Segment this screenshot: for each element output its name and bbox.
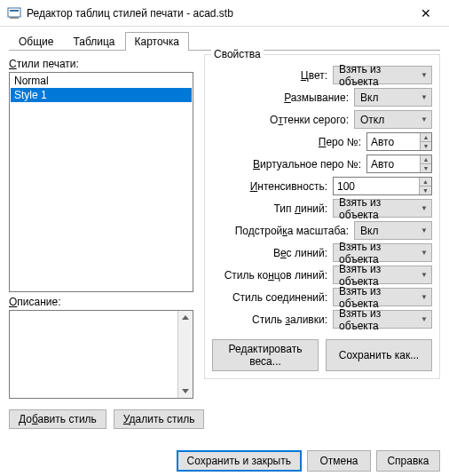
fillstyle-combo[interactable]: Взять из объекта ▼	[333, 310, 432, 329]
description-label: Описание:	[9, 296, 193, 308]
pen-spinner[interactable]: ▲▼	[366, 132, 432, 151]
window-title: Редактор таблиц стилей печати - acad.stb	[27, 7, 410, 20]
chevron-down-icon: ▼	[421, 71, 428, 79]
svg-rect-1	[10, 10, 19, 12]
adaptive-value: Вкл	[360, 225, 378, 237]
spinner-buttons[interactable]: ▲▼	[419, 178, 431, 194]
gray-label: Оттенки серого:	[212, 114, 354, 126]
color-combo[interactable]: Взять из объекта ▼	[333, 66, 432, 84]
help-button[interactable]: Справка	[376, 450, 440, 472]
titlebar: Редактор таблиц стилей печати - acad.stb…	[0, 0, 449, 27]
chevron-down-icon: ▼	[421, 315, 428, 323]
linetype-label: Тип линий:	[212, 202, 333, 215]
app-icon	[7, 6, 21, 20]
chevron-down-icon: ▼	[421, 249, 428, 257]
vpen-spinner[interactable]: ▲▼	[366, 155, 432, 173]
tab-card[interactable]: Карточка	[125, 32, 189, 51]
styles-listbox[interactable]: Normal Style 1	[9, 72, 193, 292]
chevron-down-icon: ▼	[421, 93, 428, 101]
color-value: Взять из объекта	[339, 63, 421, 88]
cancel-button[interactable]: Отмена	[307, 450, 371, 472]
vpen-input[interactable]	[367, 155, 420, 172]
weight-value: Взять из объекта	[339, 241, 421, 266]
chevron-down-icon: ▼	[421, 204, 428, 212]
intensity-spinner[interactable]: ▲▼	[333, 177, 432, 195]
description-textarea[interactable]	[9, 310, 193, 399]
list-item[interactable]: Style 1	[11, 88, 192, 102]
tab-general[interactable]: Общие	[9, 32, 63, 51]
chevron-down-icon: ▼	[421, 293, 428, 301]
list-item[interactable]: Normal	[11, 74, 192, 88]
joinstyle-label: Стиль соединений:	[212, 291, 333, 304]
chevron-down-icon: ▼	[421, 271, 428, 279]
endstyle-combo[interactable]: Взять из объекта ▼	[333, 266, 432, 284]
dither-value: Вкл	[360, 91, 378, 104]
gray-value: Откл	[360, 114, 384, 126]
weight-label: Вес линий:	[212, 247, 333, 259]
dither-combo[interactable]: Вкл ▼	[354, 88, 432, 107]
fillstyle-label: Стиль заливки:	[212, 313, 333, 326]
dialog-footer: Сохранить и закрыть Отмена Справка	[0, 445, 449, 476]
delete-style-button[interactable]: Удалить стиль	[114, 409, 205, 429]
dither-label: Размывание:	[212, 91, 354, 104]
chevron-down-icon: ▼	[421, 226, 428, 234]
fillstyle-value: Взять из объекта	[339, 307, 421, 332]
tab-table[interactable]: Таблица	[63, 32, 124, 51]
svg-rect-2	[10, 17, 19, 19]
endstyle-label: Стиль концов линий:	[212, 269, 333, 282]
vpen-label: Виртуальное перо №:	[212, 158, 366, 171]
pen-input[interactable]	[367, 133, 420, 150]
spinner-buttons[interactable]: ▲▼	[420, 133, 431, 150]
color-label: Цвет:	[212, 69, 333, 82]
joinstyle-combo[interactable]: Взять из объекта ▼	[333, 288, 432, 306]
joinstyle-value: Взять из объекта	[339, 285, 421, 310]
gray-combo[interactable]: Откл ▼	[354, 110, 432, 129]
svg-rect-0	[8, 8, 20, 17]
edit-weights-button[interactable]: Редактировать веса...	[212, 339, 319, 371]
properties-legend: Свойства	[211, 48, 264, 60]
adaptive-combo[interactable]: Вкл ▼	[354, 221, 432, 240]
linetype-combo[interactable]: Взять из объекта ▼	[333, 199, 432, 218]
intensity-label: Интенсивность:	[212, 180, 333, 193]
weight-combo[interactable]: Взять из объекта ▼	[333, 243, 432, 262]
intensity-input[interactable]	[334, 178, 419, 194]
styles-label: Стили печати:	[9, 58, 193, 70]
save-close-button[interactable]: Сохранить и закрыть	[177, 450, 302, 472]
adaptive-label: Подстройка масштаба:	[212, 225, 354, 237]
pen-label: Перо №:	[212, 136, 366, 148]
spinner-buttons[interactable]: ▲▼	[420, 155, 431, 172]
linetype-value: Взять из объекта	[339, 196, 421, 221]
scrollbar-vertical[interactable]	[177, 311, 193, 398]
chevron-down-icon: ▼	[421, 115, 428, 123]
close-icon[interactable]: ✕	[410, 0, 442, 27]
endstyle-value: Взять из объекта	[339, 263, 421, 288]
save-as-button[interactable]: Сохранить как...	[326, 339, 432, 371]
add-style-button[interactable]: Добавить стиль	[9, 409, 106, 429]
properties-group: Свойства Цвет: Взять из объекта ▼ Размыв…	[204, 54, 440, 379]
